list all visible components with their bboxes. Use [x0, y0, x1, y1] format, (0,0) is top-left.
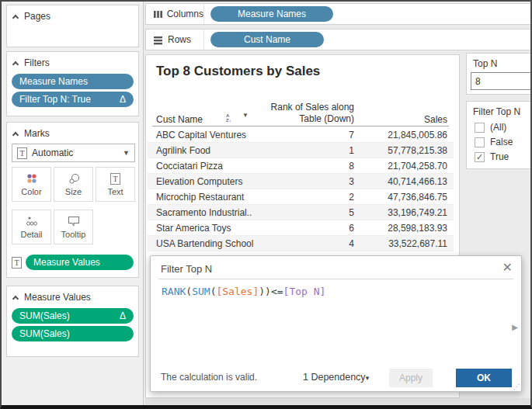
columns-shelf: Columns Measure Names: [145, 3, 532, 25]
size-icon: [68, 172, 80, 185]
table-calc-delta-icon: Δ: [120, 94, 126, 105]
chevron-down-icon[interactable]: ▼: [123, 149, 130, 157]
size-button[interactable]: Size: [54, 167, 93, 202]
filter-option-false[interactable]: ✓ False: [475, 137, 513, 147]
filters-header: Filters: [7, 52, 138, 71]
pages-card: Pages: [6, 5, 139, 47]
columns-shelf-label: Columns: [146, 4, 204, 24]
filter-option-all[interactable]: ✓ (All): [475, 122, 506, 133]
table-row[interactable]: Sacramento Industrial.. 5 33,196,749.21: [148, 205, 454, 220]
tooltip-button[interactable]: Tooltip: [54, 210, 93, 244]
top-n-parameter-card: Top N: [466, 53, 532, 95]
detail-button[interactable]: Detail: [12, 210, 51, 244]
detail-icon: [26, 215, 38, 227]
measure-values-card: Measure Values SUM(Sales) Δ SUM(Sales): [6, 286, 139, 357]
table-row[interactable]: Agrilink Food 1 57,778,215.38: [148, 143, 454, 158]
checkbox-icon[interactable]: ✓: [475, 137, 485, 147]
rows-shelf-label: Rows: [146, 29, 204, 50]
formula-token: [Top N]: [283, 286, 326, 297]
text-mark-icon: T: [17, 147, 27, 159]
measure-values-title: Measure Values: [24, 292, 91, 303]
col-header-rank[interactable]: Rank of Sales along Table (Down): [238, 102, 354, 125]
text-encoding-icon: T: [12, 257, 22, 269]
filters-card: Filters Measure Names Filter Top N: True…: [6, 51, 139, 116]
collapse-chevron-icon[interactable]: [12, 131, 19, 137]
bottom-scroll-area: [145, 398, 530, 404]
formula-token: SUM: [192, 286, 210, 297]
filter-top-n-card: Filter Top N ✓ (All) ✓ False ✓ True: [466, 101, 532, 169]
top-n-input[interactable]: [471, 72, 532, 90]
table-row[interactable]: Elevation Computers 3 40,714,466.13: [148, 174, 454, 189]
chevron-down-icon: ▾: [366, 374, 370, 382]
tooltip-icon: [67, 215, 81, 227]
marks-title: Marks: [24, 128, 50, 139]
resize-grip-icon[interactable]: ⋰: [513, 383, 520, 390]
columns-pill-measure-names[interactable]: Measure Names: [210, 6, 333, 22]
formula-token: <=: [271, 286, 283, 297]
table-row[interactable]: USA Bartending School 4 33,522,687.11: [148, 236, 454, 251]
dialog-divider: [158, 279, 513, 279]
table-row[interactable]: Star America Toys 6 28,598,183.93: [148, 220, 454, 236]
mark-type-dropdown[interactable]: T Automatic ▼: [12, 144, 135, 162]
col-header-sales[interactable]: Sales: [354, 114, 447, 125]
text-button[interactable]: T Text: [96, 167, 135, 202]
encoding-pill-measure-values[interactable]: Measure Values: [26, 255, 134, 270]
measure-pill-sum-sales-1[interactable]: SUM(Sales) Δ: [12, 308, 134, 324]
text-encoding-row: T Measure Values: [12, 255, 134, 270]
close-icon[interactable]: ✕: [502, 260, 513, 275]
filter-card-title: Filter Top N: [473, 106, 520, 117]
table-calc-delta-icon: Δ: [120, 310, 126, 321]
pages-header: Pages: [7, 5, 138, 25]
checkbox-icon[interactable]: ✓: [475, 123, 485, 133]
mark-type-value: Automatic: [32, 147, 73, 158]
ok-button[interactable]: OK: [456, 369, 512, 387]
header-divider: [152, 126, 449, 127]
col-header-cust-name[interactable]: Cust Name: [156, 114, 203, 125]
table-body: ABC Capital Ventures 7 21,845,005.86 Agr…: [148, 127, 454, 251]
rows-pill-cust-name[interactable]: Cust Name: [210, 32, 324, 47]
parameter-title: Top N: [473, 58, 497, 69]
calculation-status: The calculation is valid.: [161, 372, 257, 383]
sort-az-icon[interactable]: AZ↓: [226, 113, 231, 123]
measure-pill-sum-sales-2[interactable]: SUM(Sales): [12, 326, 134, 341]
table-row[interactable]: Cocciatari Pizza 8 21,704,258.70: [148, 158, 454, 174]
color-icon: [26, 172, 38, 185]
apply-button[interactable]: Apply: [389, 369, 433, 387]
dialog-title: Filter Top N: [161, 263, 212, 275]
tableau-workspace: Pages Filters Measure Names Filter Top N…: [0, 0, 532, 409]
formula-token: [Sales]: [216, 286, 259, 297]
rows-shelf: Rows Cust Name: [145, 29, 532, 50]
filter-pill-measure-names[interactable]: Measure Names: [12, 74, 134, 89]
sheet-title: Top 8 Customers by Sales: [156, 64, 320, 79]
calculation-editor-dialog: Filter Top N ✕ RANK(SUM([Sales]))<=[Top …: [150, 255, 522, 392]
filters-title: Filters: [24, 57, 50, 68]
formula-token: )): [259, 286, 271, 297]
collapse-chevron-icon[interactable]: [12, 295, 19, 301]
formula-editor[interactable]: RANK(SUM([Sales]))<=[Top N]: [162, 286, 325, 297]
measure-values-header: Measure Values: [7, 286, 138, 306]
collapse-chevron-icon[interactable]: [12, 61, 19, 67]
rows-icon: [153, 35, 163, 45]
formula-token: RANK: [162, 286, 186, 297]
text-icon: T: [110, 173, 120, 185]
filter-pill-filter-top-n[interactable]: Filter Top N: True Δ: [12, 92, 134, 107]
expand-panel-arrow-icon[interactable]: ▶: [512, 323, 518, 331]
pages-title: Pages: [24, 11, 50, 22]
color-button[interactable]: Color: [12, 167, 51, 202]
marks-header: Marks: [7, 123, 138, 142]
collapse-chevron-icon[interactable]: [12, 14, 19, 20]
checkbox-checked-icon[interactable]: ✓: [475, 152, 485, 162]
table-row[interactable]: ABC Capital Ventures 7 21,845,005.86: [148, 127, 454, 143]
formula-token: (: [186, 286, 192, 297]
columns-icon: [153, 9, 162, 19]
table-row[interactable]: Microchip Restaurant 2 47,736,846.75: [148, 189, 454, 205]
marks-card: Marks T Automatic ▼ Color Size: [6, 122, 139, 278]
dependency-dropdown[interactable]: 1 Dependency▾: [303, 372, 369, 383]
filter-option-true[interactable]: ✓ True: [475, 151, 509, 162]
left-panel: Pages Filters Measure Names Filter Top N…: [2, 2, 144, 405]
